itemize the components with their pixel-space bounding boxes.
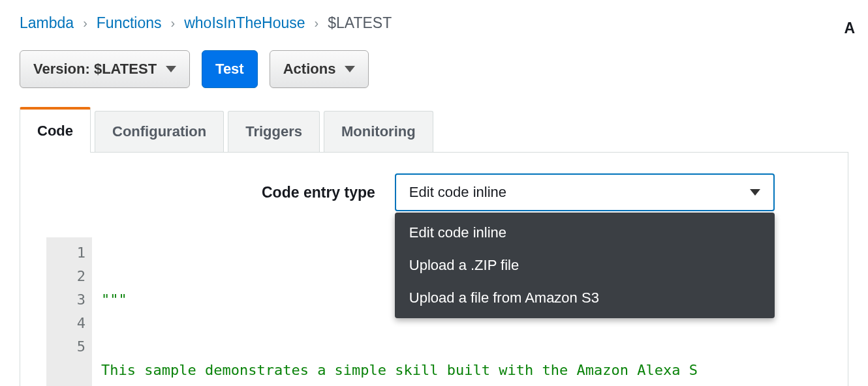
- svg-marker-1: [345, 66, 355, 72]
- tab-configuration[interactable]: Configuration: [95, 111, 224, 152]
- option-upload-s3[interactable]: Upload a file from Amazon S3: [395, 282, 775, 314]
- code-entry-type-select: Edit code inline Edit code inline Upload…: [395, 173, 775, 211]
- breadcrumb-link-functions[interactable]: Functions: [97, 14, 162, 32]
- tab-content: Code entry type Edit code inline Edit co…: [20, 153, 848, 386]
- breadcrumb-current: $LATEST: [328, 14, 392, 32]
- svg-marker-2: [750, 189, 760, 196]
- toolbar: Version: $LATEST Test Actions: [20, 50, 848, 88]
- tab-code[interactable]: Code: [20, 107, 91, 153]
- code-entry-type-dropdown: Edit code inline Upload a .ZIP file Uplo…: [395, 213, 775, 318]
- option-edit-inline[interactable]: Edit code inline: [395, 216, 775, 249]
- code-entry-type-select-display[interactable]: Edit code inline: [395, 173, 775, 211]
- code-entry-type-selected: Edit code inline: [409, 184, 506, 201]
- breadcrumb-link-function-name[interactable]: whoIsInTheHouse: [184, 14, 305, 32]
- tabs: Code Configuration Triggers Monitoring: [20, 106, 848, 153]
- actions-button-label: Actions: [283, 61, 336, 78]
- option-upload-zip[interactable]: Upload a .ZIP file: [395, 249, 775, 282]
- tab-triggers[interactable]: Triggers: [228, 111, 320, 152]
- version-selector-label: Version: $LATEST: [33, 61, 157, 78]
- line-number: 4: [57, 312, 85, 335]
- actions-button[interactable]: Actions: [270, 50, 369, 88]
- code-entry-type-label: Code entry type: [262, 184, 375, 201]
- breadcrumb-link-lambda[interactable]: Lambda: [20, 14, 74, 32]
- chevron-right-icon: ›: [171, 16, 176, 31]
- test-button[interactable]: Test: [202, 50, 258, 88]
- caret-down-icon: [166, 66, 176, 72]
- svg-marker-0: [166, 66, 176, 72]
- line-number: 5: [57, 335, 85, 359]
- code-gutter: 1 2 3 4 5: [46, 237, 92, 386]
- top-right-indicator: A: [844, 20, 855, 37]
- code-entry-row: Code entry type Edit code inline Edit co…: [20, 173, 848, 211]
- line-number: 2: [57, 265, 85, 288]
- chevron-right-icon: ›: [315, 16, 319, 31]
- code-line: This sample demonstrates a simple skill …: [101, 359, 848, 382]
- tab-monitoring[interactable]: Monitoring: [324, 111, 433, 152]
- line-number: 3: [57, 288, 85, 312]
- breadcrumb: Lambda › Functions › whoIsInTheHouse › $…: [20, 14, 848, 32]
- test-button-label: Test: [215, 61, 244, 78]
- chevron-right-icon: ›: [83, 16, 87, 31]
- caret-down-icon: [750, 189, 760, 196]
- caret-down-icon: [345, 66, 355, 72]
- version-selector-button[interactable]: Version: $LATEST: [20, 50, 190, 88]
- line-number: 1: [57, 241, 85, 265]
